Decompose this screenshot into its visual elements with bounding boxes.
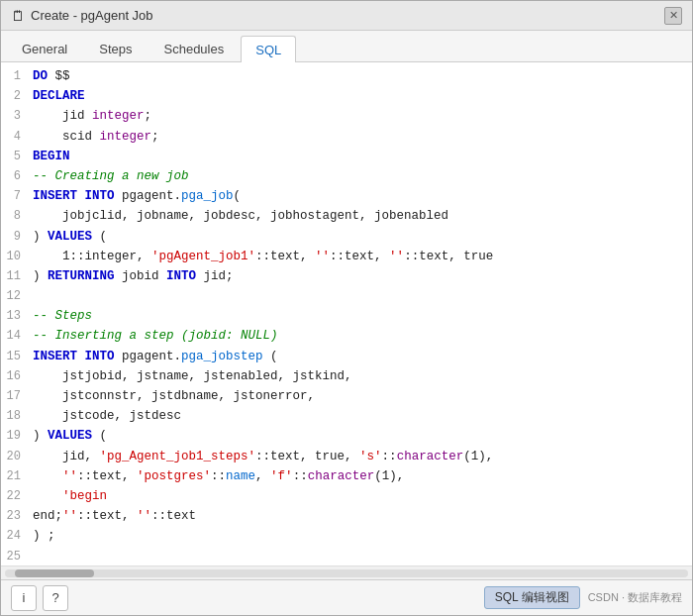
code-line: 20 jid, 'pg_Agent_job1_steps'::text, tru… bbox=[1, 447, 692, 466]
line-content: jstcode, jstdesc bbox=[29, 406, 692, 426]
watermark: CSDN · 数据库教程 bbox=[588, 590, 682, 605]
line-number: 19 bbox=[1, 426, 29, 446]
tab-schedules[interactable]: Schedules bbox=[149, 35, 240, 61]
line-number: 9 bbox=[1, 227, 29, 247]
code-line: 10 1::integer, 'pgAgent_job1'::text, '':… bbox=[1, 247, 692, 266]
line-content: 'begin bbox=[29, 486, 692, 506]
status-label: SQL 编辑视图 bbox=[484, 586, 580, 609]
code-line: 9) VALUES ( bbox=[1, 227, 692, 247]
line-number: 4 bbox=[1, 127, 29, 147]
line-number: 5 bbox=[1, 147, 29, 166]
line-number: 17 bbox=[1, 386, 29, 406]
line-content: ) RETURNING jobid INTO jid; bbox=[29, 266, 692, 286]
line-content: jstconnstr, jstdbname, jstonerror, bbox=[29, 386, 692, 406]
code-line: 6-- Creating a new job bbox=[1, 166, 692, 186]
code-line: 13-- Steps bbox=[1, 306, 692, 326]
code-line: 7INSERT INTO pgagent.pga_job( bbox=[1, 186, 692, 206]
line-content: INSERT INTO pgagent.pga_jobstep ( bbox=[29, 347, 692, 366]
info-icon: i bbox=[23, 590, 26, 605]
line-number: 16 bbox=[1, 366, 29, 386]
tab-bar: General Steps Schedules SQL bbox=[1, 31, 692, 62]
titlebar: 🗒 Create - pgAgent Job ✕ bbox=[1, 1, 692, 31]
line-content: -- Creating a new job bbox=[29, 166, 692, 186]
line-number: 13 bbox=[1, 306, 29, 326]
line-number: 6 bbox=[1, 166, 29, 186]
line-number: 3 bbox=[1, 106, 29, 126]
scrollbar-thumb[interactable] bbox=[15, 569, 94, 577]
code-line: 12 bbox=[1, 286, 692, 306]
code-line: 11) RETURNING jobid INTO jid; bbox=[1, 266, 692, 286]
bottom-bar: i ? SQL 编辑视图 CSDN · 数据库教程 bbox=[1, 579, 692, 615]
line-content: DO $$ bbox=[29, 66, 692, 86]
code-line: 8 jobjclid, jobname, jobdesc, jobhostage… bbox=[1, 206, 692, 226]
line-content: end;''::text, ''::text bbox=[29, 506, 692, 526]
code-line: 23end;''::text, ''::text bbox=[1, 506, 692, 526]
code-line: 14-- Inserting a step (jobid: NULL) bbox=[1, 326, 692, 346]
line-content: -- Steps bbox=[29, 306, 692, 326]
help-button[interactable]: ? bbox=[43, 585, 68, 611]
code-line: 4 scid integer; bbox=[1, 127, 692, 147]
line-number: 25 bbox=[1, 547, 29, 566]
code-line: 15INSERT INTO pgagent.pga_jobstep ( bbox=[1, 347, 692, 366]
line-content: jid, 'pg_Agent_job1_steps'::text, true, … bbox=[29, 447, 692, 466]
line-number: 12 bbox=[1, 286, 29, 306]
code-line: 19) VALUES ( bbox=[1, 426, 692, 446]
line-number: 1 bbox=[1, 66, 29, 86]
code-line: 25 bbox=[1, 547, 692, 566]
line-content: INSERT INTO pgagent.pga_job( bbox=[29, 186, 692, 206]
line-content: ) ; bbox=[29, 526, 692, 546]
code-line: 24) ; bbox=[1, 526, 692, 546]
line-content: scid integer; bbox=[29, 127, 692, 147]
line-number: 14 bbox=[1, 326, 29, 346]
tab-general[interactable]: General bbox=[7, 35, 82, 61]
bottom-left-controls: i ? bbox=[11, 585, 68, 611]
line-number: 11 bbox=[1, 266, 29, 286]
line-content: ''::text, 'postgres'::name, 'f'::charact… bbox=[29, 466, 692, 486]
code-line: 18 jstcode, jstdesc bbox=[1, 406, 692, 426]
sql-editor: 1DO $$2DECLARE3 jid integer;4 scid integ… bbox=[1, 62, 692, 579]
line-number: 24 bbox=[1, 526, 29, 546]
line-content: -- Inserting a step (jobid: NULL) bbox=[29, 326, 692, 346]
bottom-right: SQL 编辑视图 CSDN · 数据库教程 bbox=[484, 586, 682, 609]
line-content: 1::integer, 'pgAgent_job1'::text, ''::te… bbox=[29, 247, 692, 266]
line-number: 15 bbox=[1, 347, 29, 366]
code-line: 1DO $$ bbox=[1, 66, 692, 86]
line-content: DECLARE bbox=[29, 86, 692, 106]
window-icon: 🗒 bbox=[11, 8, 25, 24]
code-line: 21 ''::text, 'postgres'::name, 'f'::char… bbox=[1, 466, 692, 486]
info-button[interactable]: i bbox=[11, 585, 37, 611]
line-number: 2 bbox=[1, 86, 29, 106]
question-icon: ? bbox=[51, 590, 58, 605]
line-content: jobjclid, jobname, jobdesc, jobhostagent… bbox=[29, 206, 692, 226]
titlebar-title: 🗒 Create - pgAgent Job bbox=[11, 8, 153, 24]
code-line: 16 jstjobid, jstname, jstenabled, jstkin… bbox=[1, 366, 692, 386]
code-line: 3 jid integer; bbox=[1, 106, 692, 126]
line-number: 20 bbox=[1, 447, 29, 466]
main-window: 🗒 Create - pgAgent Job ✕ General Steps S… bbox=[0, 0, 693, 616]
line-content: jstjobid, jstname, jstenabled, jstkind, bbox=[29, 366, 692, 386]
line-number: 10 bbox=[1, 247, 29, 266]
code-area[interactable]: 1DO $$2DECLARE3 jid integer;4 scid integ… bbox=[1, 62, 692, 565]
line-number: 18 bbox=[1, 406, 29, 426]
line-content: ) VALUES ( bbox=[29, 426, 692, 446]
close-button[interactable]: ✕ bbox=[664, 7, 682, 25]
line-number: 22 bbox=[1, 486, 29, 506]
horizontal-scrollbar[interactable] bbox=[1, 565, 692, 579]
line-content: ) VALUES ( bbox=[29, 227, 692, 247]
code-line: 5BEGIN bbox=[1, 147, 692, 166]
code-line: 22 'begin bbox=[1, 486, 692, 506]
line-number: 21 bbox=[1, 466, 29, 486]
line-content: jid integer; bbox=[29, 106, 692, 126]
code-line: 2DECLARE bbox=[1, 86, 692, 106]
code-line: 17 jstconnstr, jstdbname, jstonerror, bbox=[1, 386, 692, 406]
window-title: Create - pgAgent Job bbox=[31, 8, 153, 23]
tab-steps[interactable]: Steps bbox=[84, 35, 147, 61]
line-number: 8 bbox=[1, 206, 29, 226]
line-number: 23 bbox=[1, 506, 29, 526]
tab-sql[interactable]: SQL bbox=[241, 36, 296, 62]
line-content: BEGIN bbox=[29, 147, 692, 166]
line-number: 7 bbox=[1, 186, 29, 206]
scrollbar-track bbox=[5, 569, 688, 577]
